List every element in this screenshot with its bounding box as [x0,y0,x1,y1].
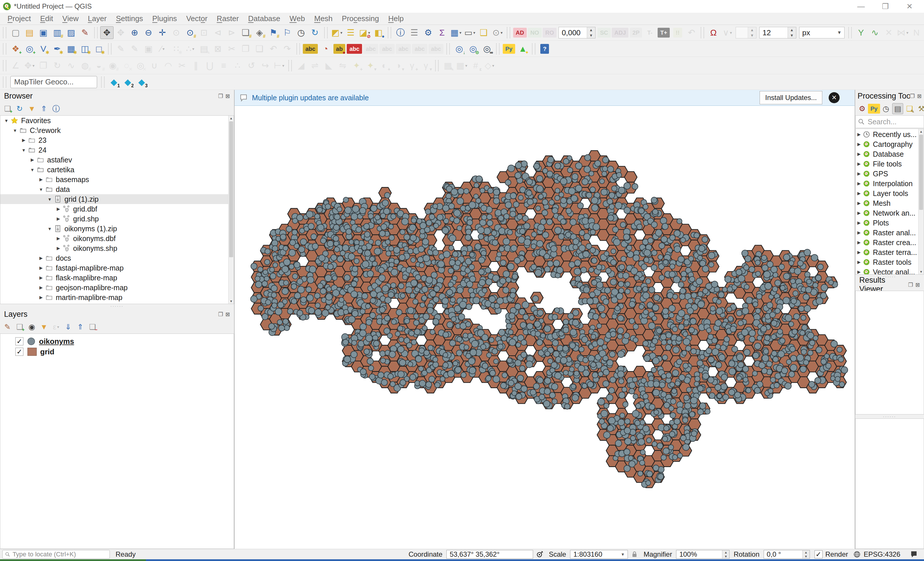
snapping-tolerance-value-spinbox[interactable]: 12▲▼ [759,27,796,39]
collapse-icon[interactable]: ▼ [46,226,54,231]
metasearch-button[interactable]: ◎∞ [480,42,494,55]
expand-icon[interactable]: ▶ [37,295,45,300]
dropdown-arrow-icon[interactable]: ▾ [282,63,284,68]
tree-item-oikonyms-dbf[interactable]: ▶oikonyms.dbf [0,234,228,243]
tree-item-flask-maplibre-map[interactable]: ▶flask-maplibre-map [0,273,228,283]
magnifier-spinbox[interactable]: 100% ▲▼ [676,550,729,559]
processing-group-cartography[interactable]: ▶Cartography [855,139,918,149]
select-features-by-value-button[interactable]: ☰ [344,26,357,39]
constraint-t-plus-button[interactable]: T+ [657,26,670,39]
tree-item-24[interactable]: ▼24 [0,145,228,155]
pin-labels-button[interactable]: ab● [333,42,346,55]
dropdown-arrow-icon[interactable]: ▾ [162,46,164,51]
processing-wrench-button[interactable]: ⚒ [916,103,924,114]
zoom-in-button[interactable]: ⊕ [128,26,141,39]
new-3d-map-view-button[interactable]: ◈# [253,26,266,39]
collapse-icon[interactable]: ▼ [11,128,19,133]
collapse-icon[interactable]: ▼ [37,187,45,192]
show-statistics-button[interactable]: Σ [435,26,449,39]
tracing-toggle-button[interactable]: Y [854,26,868,39]
browser-scrollbar[interactable]: ▲ ▼ [228,116,234,304]
expand-icon[interactable]: ▶ [855,240,862,245]
scroll-down-icon[interactable]: ▼ [918,269,924,274]
expand-icon[interactable]: ▶ [855,142,862,147]
toolbar-handle[interactable] [297,44,300,54]
zoom-out-button[interactable]: ⊖ [142,26,155,39]
processing-group-gps[interactable]: ▶GPS [855,169,918,178]
expand-icon[interactable]: ▶ [37,266,45,270]
toolbar-handle[interactable] [435,60,439,71]
close-panel-icon[interactable]: ⊠ [917,93,922,99]
float-panel-icon[interactable]: ❐ [910,93,915,99]
dropdown-arrow-icon[interactable]: ▾ [473,30,475,35]
spin-down-icon[interactable]: ▼ [788,33,796,38]
scrollbar-thumb[interactable] [919,135,923,210]
new-spatial-bookmark-button[interactable]: ⚑# [267,26,280,39]
angle-constraint-spinbox[interactable]: 0,000▲▼ [558,27,596,39]
render-checkbox[interactable]: ✓ [814,550,823,558]
menu-mesh[interactable]: Mesh [309,13,337,25]
expand-icon[interactable]: ▶ [855,132,862,137]
dropdown-arrow-icon[interactable]: ▾ [465,63,467,68]
filter-browser-button[interactable]: ▼ [26,103,37,114]
expand-icon[interactable]: ▶ [855,161,862,166]
toolbar-handle[interactable] [108,44,111,54]
toolbar-handle[interactable] [848,27,852,38]
tree-item-docs[interactable]: ▶docs [0,253,228,263]
dropdown-arrow-icon[interactable]: ▾ [730,30,732,35]
spin-up-icon[interactable]: ▲ [587,27,595,33]
tree-item-martin-maplibre-map[interactable]: ▶martin-maplibre-map [0,292,228,302]
menu-database[interactable]: Database [244,13,285,25]
expand-icon[interactable]: ▶ [855,181,862,186]
float-panel-icon[interactable]: ❐ [218,311,223,318]
expand-icon[interactable]: ▶ [855,191,862,196]
spin-down-icon[interactable]: ▼ [722,554,729,558]
edit-selected-features-button[interactable]: ❏✎ [904,103,915,114]
dropdown-arrow-icon[interactable]: ▾ [906,30,908,35]
expand-icon[interactable]: ▶ [855,269,862,274]
toolbar-handle[interactable] [446,44,450,54]
save-project-button[interactable]: ▣ [37,26,50,39]
spin-up-icon[interactable]: ▲ [748,27,756,33]
processing-group-database[interactable]: ▶Database [855,149,918,159]
dropdown-arrow-icon[interactable]: ▾ [459,30,461,35]
expand-icon[interactable]: ▶ [855,152,862,157]
new-geopackage-layer-button[interactable]: ✒✱ [51,42,64,55]
toolbar-handle[interactable] [324,27,328,38]
layer-checkbox[interactable]: ✓ [15,337,23,345]
expand-icon[interactable]: ▶ [37,275,45,280]
processing-group-raster-terra-[interactable]: ▶Raster terra... [855,248,918,257]
menu-processing[interactable]: Processing [337,13,384,25]
processing-group-network-an-[interactable]: ▶Network an... [855,208,918,218]
show-layout-manager-button[interactable]: ▨ [64,26,78,39]
scroll-up-icon[interactable]: ▲ [918,129,924,134]
add-selected-layers-button[interactable]: ❏+ [2,103,13,114]
snapping-units-combobox[interactable]: px▼ [799,27,844,39]
processing-group-vector-anal-[interactable]: ▶Vector anal... [855,267,918,274]
processing-group-plots[interactable]: ▶Plots [855,218,918,228]
menu-vector[interactable]: Vector [182,13,212,25]
menu-layer[interactable]: Layer [83,13,111,25]
dropdown-arrow-icon[interactable]: ▾ [340,30,342,35]
tree-item-cartetika[interactable]: ▼cartetika [0,165,228,175]
toolbar-handle[interactable] [3,60,6,71]
notification-close-icon[interactable]: ✕ [829,92,840,103]
select-by-location-button[interactable]: ◧● [372,26,385,39]
layer-labeling-button[interactable]: abc [303,42,318,55]
expand-icon[interactable]: ▶ [55,236,62,241]
dropdown-arrow-icon[interactable]: ▾ [57,325,59,329]
layer-checkbox[interactable]: ✓ [15,348,23,356]
tree-item-favorites[interactable]: ▼Favorites [0,116,228,125]
spin-down-icon[interactable]: ▼ [748,33,756,38]
processing-history-button[interactable]: ◷ [880,103,891,114]
python-scripts-button[interactable]: Py [868,103,879,114]
refresh-map-button[interactable]: ↻ [308,26,322,39]
new-spatialite-layer-button[interactable]: ◻✱ [92,42,105,55]
spin-down-icon[interactable]: ▼ [587,33,595,38]
extent-tracking-icon[interactable] [535,550,544,559]
crs-globe-icon[interactable] [852,550,862,559]
collapse-icon[interactable]: ▼ [20,148,27,153]
coordinate-input[interactable]: 53,637° 35,362° [446,550,533,559]
menu-edit[interactable]: Edit [36,13,58,25]
pan-map-button[interactable]: ✥ [100,26,114,39]
